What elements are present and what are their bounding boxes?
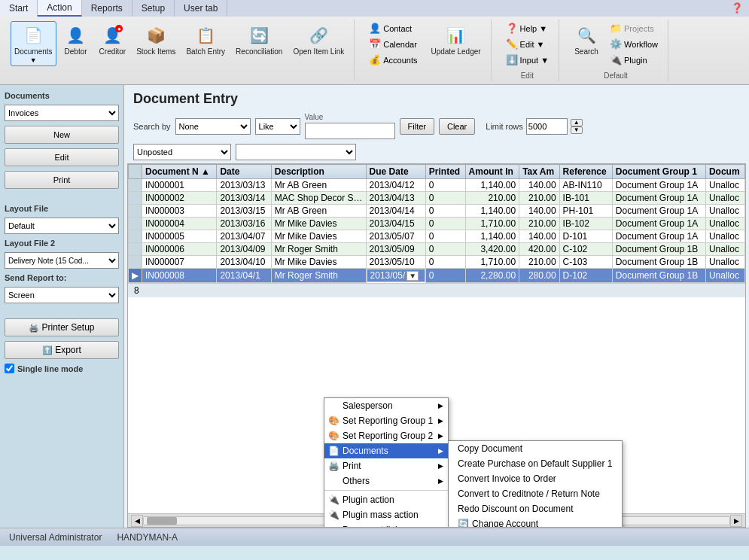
ribbon-btn-batch-entry[interactable]: 📋 Batch Entry	[182, 21, 229, 59]
sub-copy-document[interactable]: Copy Document	[449, 441, 621, 456]
ribbon-btn-creditor[interactable]: ● 👤 Creditor	[96, 21, 130, 59]
th-due-date[interactable]: Due Date	[366, 165, 425, 179]
sub-convert-creditnote[interactable]: Convert to Creditnote / Return Note	[449, 486, 621, 501]
ribbon-btn-search[interactable]: 🔍 Search	[570, 21, 603, 59]
cell-group1: Document Group 1A	[612, 192, 705, 205]
ctx-salesperson[interactable]: Salesperson	[324, 398, 448, 413]
documents-select[interactable]: Invoices	[5, 105, 119, 121]
th-doc-num[interactable]: Document N ▲	[142, 165, 217, 179]
th-date[interactable]: Date	[217, 165, 271, 179]
ribbon-btn-debtor[interactable]: 👤 Debtor	[59, 21, 93, 59]
th-desc[interactable]: Description	[271, 165, 366, 179]
printer-setup-button[interactable]: 🖨️ Printer Setup	[5, 318, 119, 336]
cell-amount-in: 1,140.00	[465, 230, 519, 243]
th-extra[interactable]: Docum	[705, 165, 744, 179]
table-row[interactable]: IN000007 2013/04/10 Mr Mike Davies 2013/…	[129, 256, 745, 269]
filter-button[interactable]: Filter	[400, 118, 434, 135]
cell-amount-in: 3,420.00	[465, 243, 519, 256]
scroll-left-arrow[interactable]: ◀	[131, 515, 143, 527]
tab-start[interactable]: Start	[0, 0, 38, 17]
search-icon: 🔍	[574, 23, 598, 47]
cell-group1: Document Group 1B	[612, 256, 705, 269]
value-input[interactable]	[305, 123, 395, 139]
ribbon-btn-documents[interactable]: 📄 Documents ▼	[11, 21, 56, 66]
sub-create-purchase[interactable]: Create Purchase on Default Supplier 1	[449, 456, 621, 471]
layout-file-select[interactable]: Default	[5, 218, 119, 234]
scroll-right-arrow[interactable]: ▶	[730, 515, 742, 527]
limit-up-arrow[interactable]: ▲	[571, 119, 583, 126]
ribbon-btn-accounts[interactable]: 💰 Accounts	[365, 53, 421, 67]
clear-button[interactable]: Clear	[439, 118, 475, 135]
export-button[interactable]: ⬆️ Export	[5, 341, 119, 359]
ribbon-btn-open-item-link[interactable]: 🔗 Open Item Link	[289, 21, 348, 59]
ribbon-btn-projects[interactable]: 📁 Projects	[606, 21, 662, 35]
search-by-select[interactable]: None	[175, 118, 251, 135]
sub-change-account[interactable]: 🔄 Change Account	[449, 516, 621, 528]
tab-setup[interactable]: Setup	[132, 0, 175, 17]
ribbon-btn-calendar[interactable]: 📅 Calendar	[365, 37, 421, 51]
ribbon-btn-input[interactable]: ⬇️ Input ▼	[502, 53, 553, 67]
ctx-print[interactable]: 🖨️ Print	[324, 458, 448, 473]
ctx-document-links[interactable]: Document links	[324, 522, 448, 528]
cell-extra: Unalloc	[705, 218, 744, 230]
table-row-selected[interactable]: ▶ IN000008 2013/04/1 Mr Roger Smith 2013…	[129, 269, 745, 283]
tab-reports[interactable]: Reports	[82, 0, 132, 17]
cell-printed: 0	[425, 230, 465, 243]
ctx-plugin-mass-action[interactable]: 🔌 Plugin mass action	[324, 507, 448, 522]
th-reference[interactable]: Reference	[559, 165, 612, 179]
edit-button[interactable]: Edit	[5, 148, 119, 166]
tab-usertab[interactable]: User tab	[175, 0, 227, 17]
ribbon-btn-plugin[interactable]: 🔌 Plugin	[606, 53, 662, 67]
single-line-mode-checkbox[interactable]	[5, 364, 14, 373]
help-icon[interactable]: ❓	[725, 0, 749, 17]
th-tax-am[interactable]: Tax Am	[519, 165, 559, 179]
limit-down-arrow[interactable]: ▼	[571, 126, 583, 134]
table-row[interactable]: IN000001 2013/03/13 Mr AB Green 2013/04/…	[129, 179, 745, 192]
ctx-set-reporting-group-1[interactable]: 🎨 Set Reporting Group 1	[324, 413, 448, 428]
context-menu: Salesperson 🎨 Set Reporting Group 1 🎨 Se…	[324, 397, 449, 528]
cell-group1: Document Group 1A	[612, 205, 705, 218]
reporting-group1-icon: 🎨	[327, 415, 339, 427]
ribbon-btn-stock-items[interactable]: 📦 Stock Items	[132, 21, 179, 59]
like-select[interactable]: Like	[255, 118, 300, 135]
table-row[interactable]: IN000004 2013/03/16 Mr Mike Davies 2013/…	[129, 218, 745, 230]
send-report-select[interactable]: Screen	[5, 287, 119, 303]
th-printed[interactable]: Printed	[425, 165, 465, 179]
th-amount-in[interactable]: Amount In	[465, 165, 519, 179]
cell-printed: 0	[425, 218, 465, 230]
table-row[interactable]: IN000003 2013/03/15 Mr AB Green 2013/04/…	[129, 205, 745, 218]
layout-file2-select[interactable]: Delivery Note (15 Cod...	[5, 252, 119, 269]
print-button[interactable]: Print	[5, 171, 119, 189]
table-container[interactable]: Document N ▲ Date Description Due Date P…	[127, 163, 746, 528]
cell-date: 2013/03/14	[217, 192, 271, 205]
ctx-plugin-action[interactable]: 🔌 Plugin action	[324, 492, 448, 507]
ctx-others[interactable]: Others	[324, 473, 448, 488]
cell-desc: Mr Roger Smith	[271, 243, 366, 256]
status-select[interactable]: Unposted	[133, 144, 231, 160]
cell-due-date: 2013/04/14	[366, 205, 425, 218]
ctx-set-reporting-group-2[interactable]: 🎨 Set Reporting Group 2	[324, 428, 448, 443]
cell-date: 2013/04/07	[217, 230, 271, 243]
ribbon-btn-workflow[interactable]: ⚙️ Workflow	[606, 37, 662, 51]
cell-ref: C-102	[559, 243, 612, 256]
ribbon-btn-reconciliation[interactable]: 🔄 Reconciliation	[232, 21, 286, 59]
tab-action[interactable]: Action	[38, 0, 81, 17]
table-row[interactable]: IN000005 2013/04/07 Mr Mike Davies 2013/…	[129, 230, 745, 243]
table-row[interactable]: IN000006 2013/04/09 Mr Roger Smith 2013/…	[129, 243, 745, 256]
ribbon-btn-update-ledger[interactable]: 📊 Update Ledger	[427, 21, 484, 59]
table-row[interactable]: IN000002 2013/03/14 MAC Shop Decor Speci…	[129, 192, 745, 205]
sub-redo-discount[interactable]: Redo Discount on Document	[449, 501, 621, 516]
ctx-documents-icon: 📄	[327, 445, 339, 457]
value-dropdown-select[interactable]	[236, 144, 356, 160]
ribbon-btn-edit[interactable]: ✏️ Edit ▼	[502, 37, 553, 51]
ctx-documents[interactable]: 📄 Documents	[324, 443, 448, 458]
ribbon-btn-help[interactable]: ❓ Help ▼	[502, 21, 553, 35]
limit-rows-input[interactable]	[526, 118, 568, 135]
th-group1[interactable]: Document Group 1	[612, 165, 705, 179]
new-button[interactable]: New	[5, 126, 119, 144]
scroll-thumb[interactable]	[147, 517, 177, 525]
status-user: Universal Administrator	[9, 532, 102, 543]
sub-convert-invoice[interactable]: Convert Invoice to Order	[449, 471, 621, 486]
cell-due-date: 2013/05/07	[366, 230, 425, 243]
ribbon-btn-contact[interactable]: 👤 Contact	[365, 21, 421, 35]
